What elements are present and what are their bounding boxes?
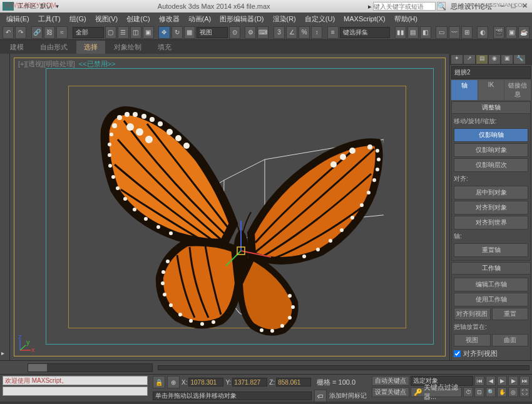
select-object-button[interactable]: ▢ [105,26,116,39]
cp-btn-reset[interactable]: 重置 [492,308,529,320]
align-button[interactable]: ▤ [407,26,419,39]
pivot-center-button[interactable]: ⊙ [229,26,240,39]
cp-btn-affect-pivot-only[interactable]: 仅影响轴 [454,128,528,142]
auto-key-button[interactable]: 自动关键点 [372,376,409,386]
nav-pan-button[interactable]: ✋ [497,387,507,397]
mirror-button[interactable]: ▮▮ [395,26,406,39]
render-button[interactable]: ☕ [518,26,529,39]
cp-tab-utilities-icon[interactable]: 🔧 [514,55,525,64]
ribbon-toggle-button[interactable]: ▭ [436,26,447,39]
menu-customize[interactable]: 自定义(U) [301,13,339,25]
timeline-slider[interactable] [28,363,153,372]
play-button[interactable]: ▶ [497,376,507,386]
next-frame-button[interactable]: ▶ [508,376,518,386]
cp-btn-align-to-object[interactable]: 对齐到对象 [454,201,528,215]
nav-maximize-button[interactable]: ⛶ [519,387,529,397]
search-input[interactable] [373,2,436,11]
select-by-name-button[interactable]: ☰ [118,26,129,39]
timeline-thumb[interactable] [28,364,47,371]
timeline-track[interactable] [158,365,529,370]
cp-tab-hierarchy-icon[interactable]: ▤ [476,55,488,64]
schematic-view-button[interactable]: ⊞ [461,26,473,39]
angle-snap-button[interactable]: ∠ [286,26,297,39]
menu-create[interactable]: 创建(C) [123,13,153,25]
timeline[interactable]: 0 / 200 [0,360,532,374]
nav-zoom-extents-button[interactable]: ⊡ [474,387,484,397]
nav-orbit-button[interactable]: ◎ [508,387,518,397]
material-editor-button[interactable]: ◐ [477,26,488,39]
cp-tab-modify-icon[interactable]: ↗ [464,55,475,64]
transform-type-in-icon[interactable]: ⊕ [167,376,180,388]
cp-rollout-header-adjust-pivot[interactable]: 调整轴 [451,101,531,114]
ribbon-tab-modeling[interactable]: 建模 [3,41,31,54]
cp-radio-view[interactable]: 视图 [454,334,491,346]
add-time-tag-icon[interactable]: 🏷 [314,390,327,402]
render-frame-button[interactable]: ▣ [506,26,517,39]
coord-y-input[interactable] [232,378,267,386]
cp-btn-reset-pivot[interactable]: 重置轴 [454,243,528,257]
menu-tools[interactable]: 工具(T) [34,13,64,25]
cp-subtab-link-info[interactable]: 链接信息 [504,80,531,100]
lock-selection-icon[interactable]: 🔒 [153,376,165,388]
add-time-tag-label[interactable]: 添加时间标记 [329,391,367,400]
ribbon-tab-populate[interactable]: 填充 [150,41,179,54]
maxscript-listener-output[interactable] [3,376,148,385]
menu-edit[interactable]: 编辑(E) [3,13,33,25]
viewport-label[interactable]: [+][透视][明暗处理]<<已禁用>> [18,59,115,69]
render-setup-button[interactable]: 🎬 [493,26,504,39]
cp-btn-edit-working-pivot[interactable]: 编辑工作轴 [454,278,528,291]
spinner-snap-button[interactable]: ↕ [311,26,322,39]
keyboard-shortcut-button[interactable]: ⌨ [257,26,269,39]
ribbon-tab-selection[interactable]: 选择 [76,41,105,54]
undo-button[interactable]: ↶ [3,26,14,39]
snap-3d-button[interactable]: 3 [274,26,285,39]
select-region-button[interactable]: ◫ [130,26,141,39]
cp-btn-center-to-object[interactable]: 居中到对象 [454,186,528,199]
redo-button[interactable]: ↷ [15,26,26,39]
named-selection-edit-button[interactable]: ≡ [327,26,339,39]
viewport-container[interactable]: [+][透视][明暗处理]<<已禁用>> [10,54,449,360]
viewport-object-butterfly[interactable] [90,89,384,340]
link-button[interactable]: 🔗 [31,26,43,39]
cp-btn-use-working-pivot[interactable]: 使用工作轴 [454,293,528,306]
cp-btn-affect-object-only[interactable]: 仅影响对象 [454,143,528,157]
cp-btn-align-to-view[interactable]: 对齐到视图 [454,308,491,320]
menu-views[interactable]: 视图(V) [91,13,122,25]
cp-tab-motion-icon[interactable]: ◉ [489,55,500,64]
cp-tab-display-icon[interactable]: ▣ [501,55,513,64]
menu-animation[interactable]: 动画(A) [185,13,215,25]
layer-button[interactable]: ◧ [420,26,431,39]
viewport[interactable]: [+][透视][明暗处理]<<已禁用>> [14,58,446,356]
menu-maxscript[interactable]: MAXScript(X) [340,14,389,24]
ribbon-tab-object-paint[interactable]: 对象绘制 [106,41,149,54]
cp-subtab-ik[interactable]: IK [478,80,504,100]
curve-editor-button[interactable]: 〰 [449,26,460,39]
maxscript-listener-input[interactable] [3,386,148,396]
reference-coord-dropdown[interactable]: 视图 [197,27,228,38]
menu-help[interactable]: 帮助(H) [391,13,421,25]
search-icon[interactable]: 🔍 [437,2,446,11]
selection-filter-dropdown[interactable]: 全部 [73,27,104,38]
select-scale-button[interactable]: ▦ [184,26,195,39]
set-key-button[interactable]: 设置关键点 [372,387,409,397]
cp-tab-create-icon[interactable]: ✦ [451,55,463,64]
cp-radio-surface[interactable]: 曲面 [492,334,529,346]
menu-graph-editors[interactable]: 图形编辑器(D) [216,13,267,25]
cp-check-align-to-view[interactable]: 对齐到视图 [454,348,528,360]
coord-z-input[interactable] [276,378,311,386]
cp-object-name[interactable]: 翅膀2 [451,66,531,79]
named-selection-dropdown[interactable]: 键选择集 [340,27,390,38]
percent-snap-button[interactable]: % [299,26,310,39]
coord-x-input[interactable] [188,378,223,386]
cp-btn-affect-hierarchy-only[interactable]: 仅影响层次 [454,158,528,172]
left-rail-expand-icon[interactable]: ▸ [1,350,4,356]
key-filter-button[interactable]: 🔑关键点过滤器... [411,387,462,397]
nav-zoom-button[interactable]: 🔍 [486,387,496,397]
ribbon-tab-freeform[interactable]: 自由形式 [33,41,75,54]
cp-btn-align-to-world[interactable]: 对齐到世界 [454,216,528,230]
unlink-button[interactable]: ⛓ [44,26,55,39]
bind-spacewarp-button[interactable]: ≈ [56,26,68,39]
prev-frame-button[interactable]: ◀ [486,376,496,386]
help-search[interactable]: ▸ 🔍 [368,2,446,11]
menu-modifiers[interactable]: 修改器 [155,13,183,25]
